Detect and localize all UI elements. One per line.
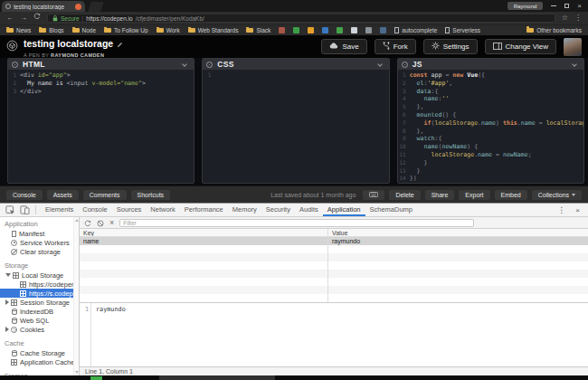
bookmark-folder-node[interactable]: Node — [72, 27, 97, 33]
devtools-tab-sources[interactable]: Sources — [112, 204, 147, 216]
empty-row[interactable] — [80, 278, 588, 286]
sidebar-item-session-storage[interactable]: Session Storage — [0, 298, 79, 307]
bookmark-star-icon[interactable]: ☆ — [562, 12, 568, 24]
bookmark-favicon-icon[interactable] — [337, 27, 343, 33]
empty-row[interactable] — [80, 261, 588, 270]
devtools-tab-elements[interactable]: Elements — [41, 204, 78, 216]
devtools-menu-icon[interactable]: ⋮ — [554, 205, 569, 214]
sidebar-item-indexeddb[interactable]: IndexedDB — [0, 307, 79, 316]
code-editor-html[interactable]: 1<div id="app">2 My name is <input v-mod… — [8, 70, 194, 183]
tab-close-icon[interactable] — [75, 4, 81, 10]
edit-pencil-icon[interactable] — [117, 35, 123, 52]
avatar[interactable] — [564, 38, 582, 56]
share-button[interactable]: Share — [425, 190, 455, 200]
keyboard-shortcuts-button[interactable] — [363, 190, 384, 200]
empty-row[interactable] — [80, 245, 588, 253]
sidebar-item-cookies[interactable]: Cookies — [0, 325, 79, 334]
bookmark-favicon-icon[interactable] — [365, 27, 372, 33]
assets-button[interactable]: Assets — [47, 190, 79, 200]
bookmark-favicon-icon[interactable] — [279, 27, 285, 33]
bookmark-page-serverless[interactable]: Serverless — [445, 27, 480, 33]
chevron-down-icon[interactable] — [377, 62, 383, 67]
close-window-button[interactable]: × — [577, 1, 582, 12]
bookmark-favicon-icon[interactable] — [322, 27, 328, 33]
back-button[interactable]: ← — [6, 12, 14, 24]
bookmark-folder-web-standards[interactable]: Web Standards — [188, 27, 239, 33]
address-bar[interactable]: Secure | https://codepen.io/cfjedimaster… — [47, 14, 555, 23]
bookmark-folder-news[interactable]: News — [6, 27, 31, 33]
shortcuts-button[interactable]: Shortcuts — [131, 190, 171, 200]
devtools-tab-memory[interactable]: Memory — [228, 204, 261, 216]
sidebar-scrollbar[interactable] — [73, 217, 79, 375]
empty-row[interactable] — [80, 286, 588, 294]
comments-button[interactable]: Comments — [83, 190, 127, 200]
empty-row[interactable] — [80, 253, 588, 261]
minimize-button[interactable] — [551, 5, 556, 6]
table-row[interactable]: nameraymundo — [80, 237, 588, 245]
browser-tab[interactable]: testing localstorage — [2, 1, 85, 12]
sidebar-item-local-storage[interactable]: Local Storage — [0, 271, 79, 280]
devtools-tab-performance[interactable]: Performance — [180, 204, 228, 216]
settings-button[interactable]: Settings — [423, 39, 478, 54]
collections-button[interactable]: Collections — [532, 190, 582, 200]
tree-arrow-icon[interactable] — [5, 299, 9, 305]
sidebar-item-cache-storage[interactable]: Cache Storage — [0, 348, 79, 357]
code-editor-js[interactable]: 1const app = new Vue({2 el:'#app',3 data… — [398, 70, 583, 183]
forward-button[interactable]: → — [20, 12, 27, 24]
devtools-tab-audits[interactable]: Audits — [295, 204, 323, 216]
bookmark-page-autocomplete[interactable]: autocomplete — [394, 27, 437, 33]
codepen-logo-icon[interactable] — [6, 39, 18, 55]
devtools-tab-network[interactable]: Network — [146, 204, 180, 216]
devtools-close-icon[interactable]: × — [571, 206, 584, 214]
console-button[interactable]: Console — [6, 190, 43, 200]
save-button[interactable]: Save — [321, 39, 366, 54]
other-bookmarks[interactable]: Other bookmarks — [526, 27, 582, 33]
profile-button[interactable]: Raymond — [507, 2, 544, 10]
sidebar-item-clear-storage[interactable]: Clear storage — [0, 247, 79, 256]
bookmark-favicon-icon[interactable] — [293, 27, 299, 33]
sidebar-item-application-cache[interactable]: Application Cache — [0, 357, 79, 366]
delete-button[interactable]: Delete — [389, 190, 420, 200]
empty-row[interactable] — [80, 294, 588, 302]
devtools-tab-console[interactable]: Console — [78, 204, 112, 216]
sidebar-item-https-codepen-io[interactable]: https://codepen.io — [0, 280, 79, 289]
taskbar-app-icon[interactable] — [90, 376, 102, 380]
bookmark-favicon-icon[interactable] — [308, 27, 314, 33]
sidebar-item-https-s-codepen-io[interactable]: https://s.codepen.io — [0, 289, 79, 298]
delete-selected-icon[interactable]: × — [109, 219, 114, 227]
code-editor-css[interactable]: 1 — [203, 70, 388, 183]
empty-row[interactable] — [80, 270, 588, 278]
sidebar-item-service-workers[interactable]: Service Workers — [0, 238, 79, 247]
devtools-tab-application[interactable]: Application — [323, 204, 365, 216]
reload-button[interactable] — [33, 12, 41, 24]
bookmark-folder-slack[interactable]: Slack — [246, 27, 270, 33]
restore-button[interactable] — [564, 4, 569, 8]
column-header-value[interactable]: Value — [327, 229, 588, 236]
column-header-key[interactable]: Key — [80, 229, 327, 236]
inspect-element-icon[interactable] — [4, 205, 16, 215]
sidebar-item-manifest[interactable]: Manifest — [0, 229, 79, 238]
chevron-down-icon[interactable] — [572, 62, 577, 67]
export-button[interactable]: Export — [459, 190, 489, 200]
bookmark-favicon-icon[interactable] — [351, 27, 357, 33]
devtools-tab-security[interactable]: Security — [261, 204, 295, 216]
devtools-tab-schemadump[interactable]: SchemaDump — [365, 204, 418, 216]
value-preview[interactable]: 1 raymundo — [80, 302, 588, 366]
gear-icon[interactable] — [402, 62, 408, 68]
chevron-down-icon[interactable] — [182, 62, 187, 67]
bookmark-folder-to-follow-up[interactable]: To Follow Up — [104, 27, 148, 33]
embed-button[interactable]: Embed — [495, 190, 527, 200]
fork-button[interactable]: Fork — [375, 39, 416, 54]
bookmark-folder-work[interactable]: Work — [156, 27, 180, 33]
tree-arrow-icon[interactable] — [5, 327, 9, 332]
gear-icon[interactable] — [206, 62, 213, 68]
gear-icon[interactable] — [12, 62, 18, 68]
tree-arrow-icon[interactable] — [5, 273, 11, 277]
change-view-button[interactable]: Change View — [485, 39, 556, 54]
device-toolbar-icon[interactable] — [18, 205, 31, 214]
bookmark-folder-blogs[interactable]: Blogs — [39, 27, 63, 33]
browser-menu-icon[interactable]: ⋮ — [574, 12, 582, 24]
new-tab-button[interactable] — [88, 2, 104, 12]
taskbar-app-button[interactable] — [159, 375, 275, 380]
bookmark-favicon-icon[interactable] — [380, 27, 386, 33]
